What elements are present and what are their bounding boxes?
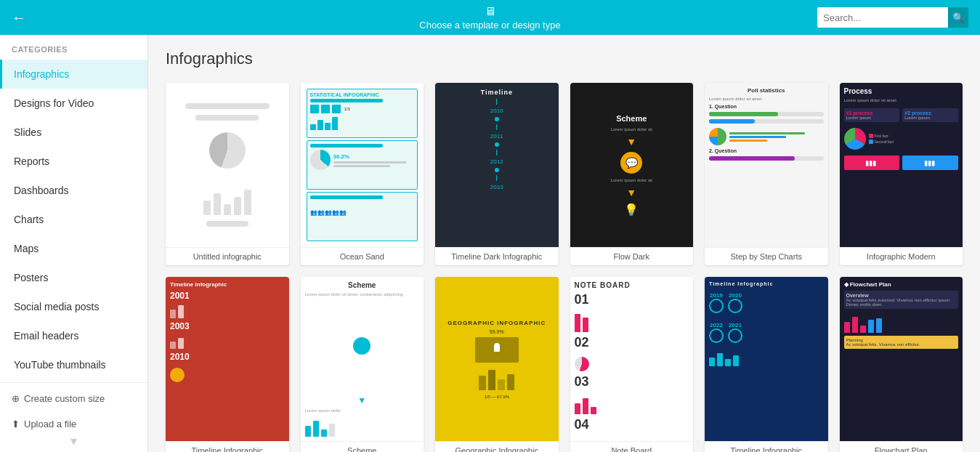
deco-line-short [195,115,259,121]
poll-main-title: Poll statistics [709,87,824,94]
tl2-year1: 2001 [170,291,285,301]
sidebar-item-charts[interactable]: Charts [0,205,147,234]
template-card-timeline-dark[interactable]: Timeline 2010 2011 2012 2013 Time [435,83,559,265]
template-card-poll[interactable]: Poll statistics Lorem ipsum dolor sit am… [705,83,828,265]
sidebar-item-slides[interactable]: Slides [0,118,147,147]
fcb3 [860,326,866,333]
search-button[interactable]: 🔍 [948,7,968,28]
process-subtitle: Lorem ipsum dolor sit amet [844,98,959,102]
template-card-modern[interactable]: Process Lorem ipsum dolor sit amet #1 pr… [840,83,963,265]
leg-dot1 [869,134,873,138]
tlblue-preview: Timeline Infographic 2019 2020 [705,277,828,441]
sidebar-item-youtube[interactable]: YouTube thumbnails [0,350,147,379]
template-card-noteboard[interactable]: NOTE BOARD 01 02 03 [570,277,694,452]
back-button[interactable]: ← [12,9,26,26]
tlbb2 [717,353,723,366]
sidebar-item-reports[interactable]: Reports [0,147,147,176]
flow-circle: 💬 [620,152,642,174]
tb3 [170,342,176,349]
template-card-tlblue[interactable]: Timeline Infographic 2019 2020 [705,277,828,452]
nbb4 [583,398,588,414]
sidebar-item-maps[interactable]: Maps [0,234,147,263]
upload-icon: ⬆ [12,419,20,429]
search-input[interactable] [817,7,948,28]
sidebar-item-posters[interactable]: Posters [0,263,147,292]
sidebar-categories-label: CATEGORIES [0,35,147,60]
template-card-geo[interactable]: GEOGRAPHIC INFOGRAPHIC 99.9% 1/5 — 67.9% [435,277,559,452]
poll-fill2 [709,119,755,124]
fc-overview: Overview [846,293,957,298]
template-label-timeline: Timeline Dark Infographic [435,247,559,265]
sidebar-item-dashboards[interactable]: Dashboards [0,176,147,205]
nb-pie [575,357,589,371]
s2b3 [321,429,327,437]
leg3 [729,140,767,142]
tlbc4 [728,328,742,343]
upload-file-action[interactable]: ⬆ Upload a file [0,411,147,430]
nb-title: NOTE BOARD [575,281,689,289]
template-thumb-flowchart: ◆ Flowchart Plan Overview Ac volutpat fe… [840,277,963,441]
template-card-tl2[interactable]: Timeline infographic 2001 2003 2010 [166,277,289,452]
template-card-scheme2[interactable]: Scheme Lorem ipsum dolor sit amet, conse… [301,277,424,452]
tl-dot2 [495,142,499,147]
sidebar-item-email-headers[interactable]: Email headers [0,321,147,350]
bar-red-label: ▊▊▊ [866,161,877,166]
plus-icon: ⊕ [12,393,20,404]
deco-bars [203,186,251,215]
poll-fill1 [709,112,778,116]
template-thumb-noteboard: NOTE BOARD 01 02 03 [570,277,694,441]
poll-bg3 [709,156,824,161]
bulb-icon: 💡 [624,203,639,217]
template-thumb-timeline: Timeline 2010 2011 2012 2013 [435,83,559,247]
template-card-ocean-sand[interactable]: STATISTICAL INFOGRAPHIC 1/3 [301,83,424,265]
template-thumb-poll: Poll statistics Lorem ipsum dolor sit am… [705,83,828,247]
tlbb1 [709,358,715,366]
sidebar-divider [0,382,147,383]
geo-title: GEOGRAPHIC INFOGRAPHIC [448,320,546,326]
sidebar-scroll-down[interactable]: ▾ [0,430,147,452]
ocean-section3: 👥👥👥👥👥 [307,192,418,241]
poll-row2 [709,128,824,145]
bar5 [244,190,251,215]
poll-fill3 [709,156,795,161]
sidebar-item-social-media[interactable]: Social media posts [0,292,147,321]
template-card-flow-dark[interactable]: Scheme Lorem ipsum dolor sit ▼ 💬 Lorem i… [570,83,694,265]
sidebar-item-designs-for-video[interactable]: Designs for Video [0,89,147,118]
geo-bars [479,368,514,390]
template-thumb-geo: GEOGRAPHIC INFOGRAPHIC 99.9% 1/5 — 67.9% [435,277,559,441]
geo-dot [494,343,500,352]
nb-num4: 04 [575,417,689,432]
create-custom-label: Create custom size [24,393,105,404]
process-pie [844,128,866,150]
template-card-untitled[interactable]: Untitled infographic [166,83,289,265]
tl-line3 [496,150,497,156]
icon3 [332,105,341,113]
leg-dot2 [869,140,873,144]
nb-num2: 02 [575,335,689,350]
tlb-y4: 2021 [728,322,742,328]
p1-text: Lorem ipsum [846,116,898,120]
ocean-fraction: 1/3 [344,107,350,111]
fcb4 [868,320,874,333]
p1-label: #1 process [846,110,898,116]
template-label-modern: Infographic Modern [840,247,963,265]
tl-main-title: Timeline [481,89,513,96]
create-custom-size-action[interactable]: ⊕ Create custom size [0,386,147,411]
header-center: 🖥 Choose a template or design type [419,5,560,31]
fc-planning: Planning Ac volutpat felis. Vivamus non … [844,336,959,349]
header: ← 🖥 Choose a template or design type 🔍 [0,0,980,35]
sidebar-item-infographics[interactable]: Infographics [0,60,147,89]
tlb-col4: 2021 [728,322,742,343]
tlb-years: 2019 2020 [709,292,824,313]
template-card-flowchart[interactable]: ◆ Flowchart Plan Overview Ac volutpat fe… [840,277,963,452]
ocean-texts: 36.2% [333,153,415,167]
bar3 [224,204,231,215]
sidebar: CATEGORIES Infographics Designs for Vide… [0,35,148,452]
leg-text1: First fact [875,134,888,138]
poll-pie [709,128,726,145]
nb-chart2 [575,353,689,371]
process-bars: ▊▊▊ ▊▊▊ [844,156,959,170]
sb4 [332,117,338,130]
flow-title: Scheme [616,114,647,123]
template-label-flowchart: Flowchart Plan [840,441,963,452]
